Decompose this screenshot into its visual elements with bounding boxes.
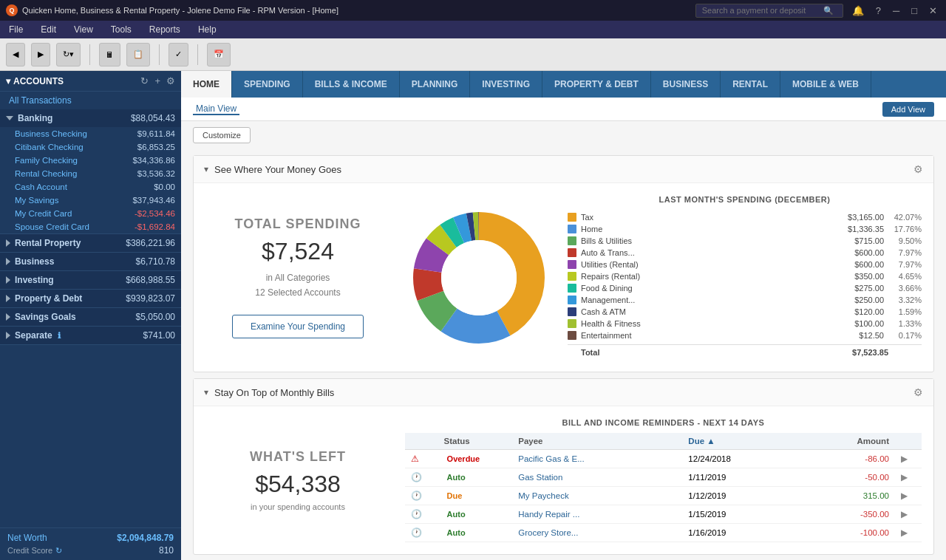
sidebar-group-separate[interactable]: Separate ℹ $741.00 (0, 327, 181, 344)
minimize-button[interactable]: ─ (890, 5, 902, 16)
sidebar-item-citibank-checking[interactable]: Citibank Checking $6,853.25 (0, 140, 181, 154)
payee-3[interactable]: Handy Repair ... (518, 510, 579, 519)
legend-item-10: Entertainment $12.50 0.17% (568, 329, 922, 341)
close-button[interactable]: ✕ (926, 5, 940, 16)
credit-refresh-icon[interactable]: ↻ (55, 546, 62, 556)
row-icon-3: 🕐 (405, 505, 438, 524)
status-due-2: Due (444, 491, 466, 501)
examine-spending-button[interactable]: Examine Your Spending (232, 315, 364, 338)
tab-spending[interactable]: SPENDING (232, 71, 303, 98)
menu-help[interactable]: Help (195, 24, 220, 35)
customize-button[interactable]: Customize (193, 127, 251, 143)
register-button[interactable]: 📋 (126, 43, 150, 66)
sidebar-group-savings-goals[interactable]: Savings Goals $5,050.00 (0, 308, 181, 326)
accounts-refresh-icon[interactable]: ↻ (140, 75, 149, 86)
bills-settings-icon[interactable]: ⚙ (913, 386, 923, 398)
table-row: ⚠ Overdue Pacific Gas & E... 12/24/2018 … (405, 450, 922, 468)
amount-1: -50.00 (865, 473, 889, 482)
menu-edit[interactable]: Edit (38, 24, 59, 35)
menu-view[interactable]: View (71, 24, 96, 35)
accounts-settings-icon[interactable]: ⚙ (166, 75, 175, 86)
row-arrow-4[interactable]: ▶ (901, 528, 908, 537)
back-button[interactable]: ◀ (6, 43, 25, 66)
tab-mobile-web[interactable]: MOBILE & WEB (780, 71, 871, 98)
tab-bills-income[interactable]: BILLS & INCOME (303, 71, 400, 98)
forward-button[interactable]: ▶ (31, 43, 50, 66)
notification-bell[interactable]: 🔔 (849, 5, 867, 16)
col-payee[interactable]: Payee (512, 433, 682, 450)
refresh-button[interactable]: ↻▾ (56, 43, 81, 66)
tab-rental[interactable]: RENTAL (721, 71, 780, 98)
tab-business[interactable]: BUSINESS (651, 71, 721, 98)
tab-property-debt[interactable]: PROPERTY & DEBT (542, 71, 651, 98)
sidebar-group-banking[interactable]: Banking $88,054.43 (0, 109, 181, 127)
status-auto-3: Auto (444, 509, 469, 519)
business-expand-icon (6, 258, 10, 265)
col-status[interactable]: Status (438, 433, 513, 450)
payee-0[interactable]: Pacific Gas & E... (518, 454, 584, 463)
accounts-collapse-icon[interactable]: ▾ (6, 76, 10, 86)
calculator-button[interactable]: 🖩 (99, 43, 120, 66)
sidebar-group-property-debt[interactable]: Property & Debt $939,823.07 (0, 290, 181, 307)
legend-item-1: Home $1,336.35 17.76% (568, 223, 922, 235)
info-icon[interactable]: ℹ (58, 331, 61, 341)
sidebar-item-my-savings[interactable]: My Savings $37,943.46 (0, 194, 181, 207)
whats-left-label: WHAT'S LEFT (250, 449, 346, 465)
tab-investing[interactable]: INVESTING (470, 71, 542, 98)
all-transactions-link[interactable]: All Transactions (0, 92, 181, 109)
sidebar-group-rental[interactable]: Rental Property $386,221.96 (0, 234, 181, 252)
row-arrow-1[interactable]: ▶ (901, 473, 908, 482)
reconcile-button[interactable]: ✓ (169, 43, 188, 66)
bills-reminders-title: BILL AND INCOME REMINDERS - NEXT 14 DAYS (405, 418, 922, 427)
search-input[interactable] (702, 6, 820, 15)
sidebar-item-cash-account[interactable]: Cash Account $0.00 (0, 180, 181, 194)
legend-total-row: Total $7,523.85 (568, 344, 922, 360)
add-view-button[interactable]: Add View (882, 102, 934, 117)
whats-left-sub: in your spending accounts (251, 502, 345, 511)
sidebar-item-my-credit-card[interactable]: My Credit Card -$2,534.46 (0, 207, 181, 220)
sub-tabs-bar: Main View Add View (181, 98, 946, 121)
sidebar-item-family-checking[interactable]: Family Checking $34,336.86 (0, 154, 181, 167)
tab-home[interactable]: HOME (181, 71, 232, 98)
due-2: 1/12/2019 (682, 487, 789, 505)
sidebar-item-spouse-credit-card[interactable]: Spouse Credit Card -$1,692.84 (0, 220, 181, 233)
row-arrow-3[interactable]: ▶ (901, 510, 908, 519)
col-amount[interactable]: Amount (810, 433, 895, 450)
row-icon-4: 🕐 (405, 524, 438, 542)
app-logo: Q (6, 4, 18, 16)
spending-collapse-icon[interactable]: ▾ (204, 164, 208, 174)
due-4: 1/16/2019 (682, 524, 789, 542)
bills-collapse-icon[interactable]: ▾ (204, 387, 208, 397)
nav-tabs: HOME SPENDING BILLS & INCOME PLANNING IN… (181, 71, 946, 98)
sidebar-section-business: Business $6,710.78 (0, 253, 181, 271)
search-bar[interactable]: 🔍 (695, 4, 843, 18)
row-arrow-2[interactable]: ▶ (901, 491, 908, 500)
whats-left-amount: $54,338 (255, 471, 341, 498)
col-due[interactable]: Due ▲ (682, 433, 789, 450)
spending-chart-area: LAST MONTH'S SPENDING (DECEMBER) Tax $3,… (405, 195, 922, 360)
banking-expand-icon (6, 116, 13, 120)
sidebar-group-investing[interactable]: Investing $668,988.55 (0, 271, 181, 289)
calendar-button[interactable]: 📅 (207, 43, 231, 66)
maximize-button[interactable]: □ (908, 5, 920, 16)
sidebar-section-rental: Rental Property $386,221.96 (0, 234, 181, 253)
spending-settings-icon[interactable]: ⚙ (913, 163, 923, 175)
menu-reports[interactable]: Reports (146, 24, 183, 35)
menu-file[interactable]: File (6, 24, 26, 35)
payee-1[interactable]: Gas Station (518, 473, 562, 482)
help-button[interactable]: ? (873, 5, 884, 16)
row-arrow-0[interactable]: ▶ (901, 454, 908, 463)
legend-item-7: Management... $250.00 3.32% (568, 294, 922, 306)
row-icon-2: 🕐 (405, 487, 438, 505)
payee-2[interactable]: My Paycheck (518, 491, 568, 500)
sub-tab-main-view[interactable]: Main View (193, 103, 239, 115)
bills-left-panel: WHAT'S LEFT $54,338 in your spending acc… (205, 418, 390, 542)
payee-4[interactable]: Grocery Store... (518, 528, 578, 537)
accounts-add-icon[interactable]: + (154, 75, 160, 86)
sidebar-group-business[interactable]: Business $6,710.78 (0, 253, 181, 270)
sidebar-item-rental-checking[interactable]: Rental Checking $3,536.32 (0, 167, 181, 180)
due-3: 1/15/2019 (682, 505, 789, 524)
menu-tools[interactable]: Tools (108, 24, 135, 35)
sidebar-item-business-checking[interactable]: Business Checking $9,611.84 (0, 127, 181, 140)
tab-planning[interactable]: PLANNING (400, 71, 471, 98)
